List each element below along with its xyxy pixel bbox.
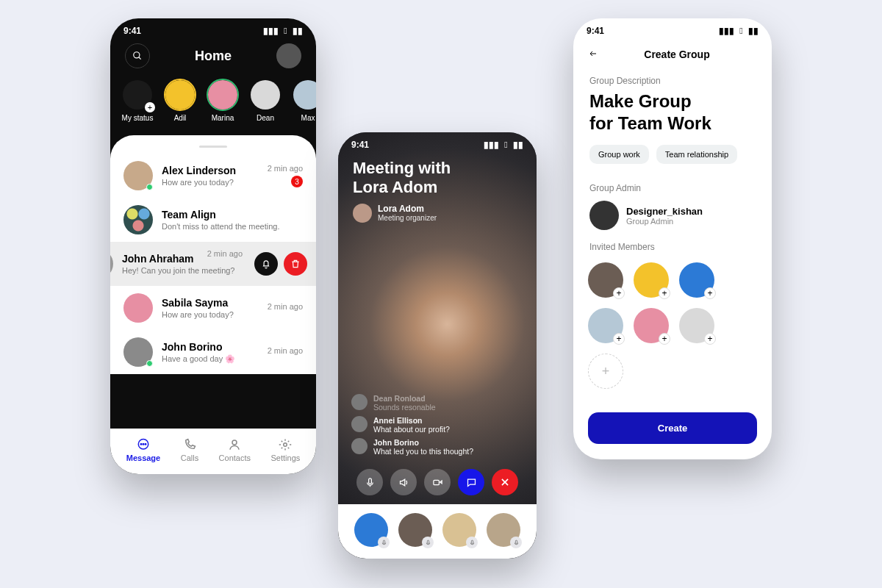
bell-icon xyxy=(261,259,271,269)
chat-avatar xyxy=(123,293,153,323)
story-label: Marina xyxy=(212,114,234,122)
chat-time: 2 min ago xyxy=(268,164,303,173)
chat-msg-avatar xyxy=(351,438,368,454)
admin-name: Designer_kishan xyxy=(626,206,703,217)
remove-member-icon[interactable]: + xyxy=(613,287,625,299)
status-bar: 9:41 ▮▮▮ 􀙇 ▮▮ xyxy=(573,18,772,39)
chat-msg-text: Sounds resonable xyxy=(373,403,436,412)
story-label: My status xyxy=(122,114,154,122)
call-organizer[interactable]: Lora Adom Meeting organizer xyxy=(338,204,537,227)
phone-video-call-screen: 9:41 ▮▮▮ 􀙇 ▮▮ Meeting with Lora Adom Lor… xyxy=(338,132,537,559)
story-label: Adil xyxy=(174,114,187,122)
chat-item[interactable]: John Ahraham Hey! Can you join the meeti… xyxy=(110,242,316,286)
status-bar: 9:41 ▮▮▮ 􀙇 ▮▮ xyxy=(110,18,316,39)
story-item[interactable]: Marina xyxy=(206,79,240,122)
remove-member-icon[interactable]: + xyxy=(659,287,670,299)
chat-avatar xyxy=(123,337,153,367)
admin-role: Group Admin xyxy=(626,217,703,226)
message-icon xyxy=(137,438,150,451)
svg-rect-14 xyxy=(471,540,473,544)
remove-member-icon[interactable]: + xyxy=(659,333,670,345)
svg-point-3 xyxy=(140,444,142,445)
chat-time: 2 min ago xyxy=(207,249,243,258)
chat-button[interactable] xyxy=(458,469,484,495)
story-item[interactable]: +My status xyxy=(121,79,154,122)
organizer-avatar xyxy=(353,204,372,223)
svg-rect-12 xyxy=(383,540,384,544)
svg-point-7 xyxy=(284,443,287,447)
story-item[interactable]: Max xyxy=(291,79,316,122)
story-item[interactable]: Dean xyxy=(248,79,282,122)
remove-member-icon[interactable]: + xyxy=(613,333,625,345)
svg-point-5 xyxy=(145,444,146,445)
chat-preview: Don't miss to attend the meeting. xyxy=(162,222,294,231)
admin-avatar xyxy=(589,201,619,230)
invited-member[interactable]: + xyxy=(588,308,623,343)
tab-label: Calls xyxy=(181,453,198,462)
chat-item[interactable]: Sabila Sayma How are you today? 2 min ag… xyxy=(110,286,316,330)
call-title-line2: Lora Adom xyxy=(353,178,437,196)
drag-handle[interactable] xyxy=(199,146,227,148)
invited-member[interactable]: + xyxy=(634,308,669,343)
svg-rect-13 xyxy=(427,540,429,544)
speaker-button[interactable] xyxy=(390,469,417,495)
status-icons: ▮▮▮ 􀙇 ▮▮ xyxy=(260,26,303,36)
user-icon xyxy=(228,438,241,451)
svg-point-4 xyxy=(143,444,144,445)
profile-avatar[interactable] xyxy=(276,43,301,68)
bottom-tab-bar: Message Calls Contacts Settings xyxy=(110,429,316,474)
battery-icon: ▮▮ xyxy=(513,140,523,150)
invited-member[interactable]: + xyxy=(679,262,714,298)
chat-msg-name: Annei Ellison xyxy=(373,416,450,425)
group-tag[interactable]: Group work xyxy=(589,145,649,164)
chat-item[interactable]: Alex Linderson How are you today? 2 min … xyxy=(110,154,316,198)
wifi-icon: 􀙇 xyxy=(739,26,742,36)
tab-message[interactable]: Message xyxy=(126,438,160,462)
chat-time: 2 min ago xyxy=(268,346,303,355)
invited-member[interactable]: + xyxy=(588,262,623,298)
chat-avatar xyxy=(123,161,153,190)
chat-msg-avatar xyxy=(351,394,368,410)
participant-mic-icon xyxy=(466,537,478,548)
end-call-button[interactable] xyxy=(492,469,518,495)
status-icons: ▮▮▮ 􀙇 ▮▮ xyxy=(716,26,759,36)
svg-line-1 xyxy=(139,57,141,60)
participant-avatar[interactable] xyxy=(354,513,388,547)
participant-avatar[interactable] xyxy=(442,513,476,547)
mute-chat-button[interactable] xyxy=(254,252,278,276)
remove-member-icon[interactable]: + xyxy=(704,333,716,345)
group-tag[interactable]: Team relationship xyxy=(656,145,737,164)
admin-row[interactable]: Designer_kishan Group Admin xyxy=(573,198,772,233)
wifi-icon: 􀙇 xyxy=(284,26,287,36)
chat-msg-name: John Borino xyxy=(373,438,473,447)
organizer-role: Meeting organizer xyxy=(378,214,437,222)
search-button[interactable] xyxy=(125,43,150,68)
participant-mic-icon xyxy=(422,537,434,548)
phone-home-screen: 9:41 ▮▮▮ 􀙇 ▮▮ Home +My statusAdilMarinaD… xyxy=(110,18,316,474)
add-member-button[interactable]: + xyxy=(588,354,623,389)
tab-contacts[interactable]: Contacts xyxy=(219,438,251,462)
tab-calls[interactable]: Calls xyxy=(181,438,198,462)
remove-member-icon[interactable]: + xyxy=(704,287,716,299)
call-title-line1: Meeting with xyxy=(353,159,451,177)
chat-preview: How are you today? xyxy=(162,178,259,187)
delete-chat-button[interactable] xyxy=(284,252,307,276)
participant-avatar[interactable] xyxy=(487,513,520,547)
back-button[interactable] xyxy=(587,48,600,61)
participant-avatar[interactable] xyxy=(398,513,432,547)
chat-msg-name: Dean Ronload xyxy=(373,394,436,403)
chat-item[interactable]: John Borino Have a good day 🌸 2 min ago xyxy=(110,330,316,374)
create-button[interactable]: Create xyxy=(588,412,757,444)
invited-member[interactable]: + xyxy=(679,308,714,343)
svg-point-0 xyxy=(134,52,140,58)
chat-icon xyxy=(466,477,477,488)
chat-name: Alex Linderson xyxy=(162,165,259,176)
tab-settings[interactable]: Settings xyxy=(271,438,301,462)
invited-member[interactable]: + xyxy=(634,262,669,298)
chat-item[interactable]: Team Align Don't miss to attend the meet… xyxy=(110,198,316,242)
mute-button[interactable] xyxy=(356,469,383,495)
svg-rect-9 xyxy=(433,480,439,484)
video-button[interactable] xyxy=(424,469,451,495)
call-controls xyxy=(338,462,537,504)
story-item[interactable]: Adil xyxy=(163,79,197,122)
